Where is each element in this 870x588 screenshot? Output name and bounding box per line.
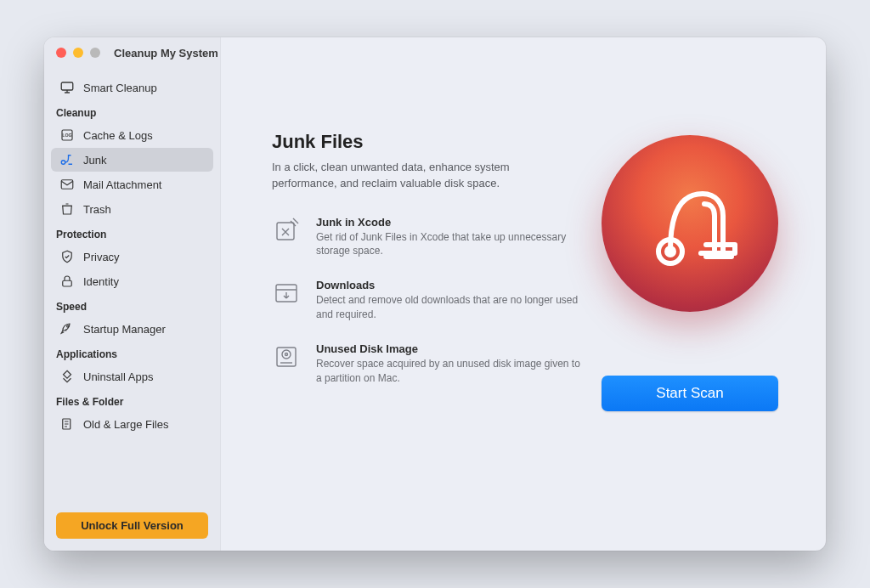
mail-icon	[59, 177, 75, 192]
zoom-icon	[90, 48, 100, 58]
sidebar-item-junk[interactable]: Junk	[51, 148, 213, 172]
svg-point-5	[67, 325, 69, 327]
section-header-speed: Speed	[44, 294, 220, 316]
monitor-icon	[59, 80, 75, 95]
files-icon	[59, 416, 75, 432]
feature-title: Junk in Xcode	[316, 216, 586, 229]
svg-point-11	[285, 353, 288, 355]
app-window: Cleanup My System Smart Cleanup Cleanup …	[44, 37, 826, 551]
feature-downloads: Downloads Detect and remove old download…	[272, 279, 586, 322]
sidebar-item-label: Smart Cleanup	[83, 82, 157, 94]
feature-title: Unused Disk Image	[316, 342, 586, 355]
sidebar-item-label: Identity	[83, 275, 119, 288]
sidebar-footer: Unlock Full Version	[44, 500, 220, 551]
hero-vacuum-icon	[602, 135, 778, 312]
svg-rect-7	[277, 223, 294, 240]
sidebar-item-privacy[interactable]: Privacy	[51, 245, 213, 269]
main-content: Junk Files In a click, clean unwanted da…	[221, 37, 826, 551]
sidebar-item-trash[interactable]: Trash	[51, 197, 213, 221]
sidebar-item-identity[interactable]: Identity	[51, 269, 213, 293]
section-header-cleanup: Cleanup	[44, 100, 220, 122]
section-header-files-folder: Files & Folder	[44, 389, 220, 411]
window-title: Cleanup My System	[114, 47, 218, 59]
sidebar-item-smart-cleanup[interactable]: Smart Cleanup	[51, 76, 213, 99]
page-subtitle: In a click, clean unwanted data, enhance…	[272, 160, 552, 192]
sidebar-item-label: Junk	[83, 154, 106, 167]
sidebar-item-label: Startup Manager	[83, 323, 166, 336]
download-icon	[272, 279, 301, 308]
svg-rect-4	[63, 280, 72, 286]
feature-desc: Recover space acquired by an unused disk…	[316, 357, 586, 386]
sidebar-item-mail-attachment[interactable]: Mail Attachment	[51, 172, 213, 196]
minimize-icon[interactable]	[73, 48, 83, 58]
xcode-icon	[272, 216, 301, 245]
svg-point-13	[667, 248, 674, 255]
sidebar-item-label: Uninstall Apps	[83, 370, 153, 383]
svg-text:LOG: LOG	[62, 133, 71, 138]
sidebar-item-uninstall-apps[interactable]: Uninstall Apps	[51, 365, 213, 388]
sidebar-item-label: Cache & Logs	[83, 129, 153, 142]
feature-disk-image: Unused Disk Image Recover space acquired…	[272, 342, 586, 386]
feature-title: Downloads	[316, 279, 586, 291]
app-icon	[59, 369, 75, 384]
shield-icon	[59, 249, 75, 264]
sidebar-item-startup-manager[interactable]: Startup Manager	[51, 317, 213, 341]
lock-icon	[59, 274, 75, 289]
sidebar-item-label: Old & Large Files	[83, 418, 168, 431]
svg-point-10	[282, 350, 291, 359]
feature-junk-xcode: Junk in Xcode Get rid of Junk Files in X…	[272, 216, 586, 259]
sidebar-item-cache-logs[interactable]: LOG Cache & Logs	[51, 123, 213, 147]
log-icon: LOG	[59, 127, 75, 143]
titlebar: Cleanup My System	[44, 37, 230, 68]
close-icon[interactable]	[56, 48, 66, 58]
svg-rect-0	[61, 82, 73, 90]
sidebar: Smart Cleanup Cleanup LOG Cache & Logs J…	[44, 37, 221, 551]
feature-desc: Get rid of Junk Files in Xcode that take…	[316, 230, 586, 259]
section-header-protection: Protection	[44, 222, 220, 244]
sidebar-item-label: Privacy	[83, 251, 120, 263]
unlock-full-version-button[interactable]: Unlock Full Version	[56, 512, 208, 539]
sidebar-item-old-large-files[interactable]: Old & Large Files	[51, 412, 213, 436]
sidebar-item-label: Mail Attachment	[83, 178, 162, 191]
section-header-applications: Applications	[44, 342, 220, 364]
svg-rect-3	[61, 180, 73, 189]
start-scan-button[interactable]: Start Scan	[602, 376, 778, 411]
rocket-icon	[59, 321, 75, 336]
vacuum-icon	[59, 152, 75, 167]
disk-icon	[272, 342, 301, 371]
feature-desc: Detect and remove old downloads that are…	[316, 293, 586, 322]
sidebar-item-label: Trash	[83, 203, 111, 216]
trash-icon	[59, 201, 75, 217]
